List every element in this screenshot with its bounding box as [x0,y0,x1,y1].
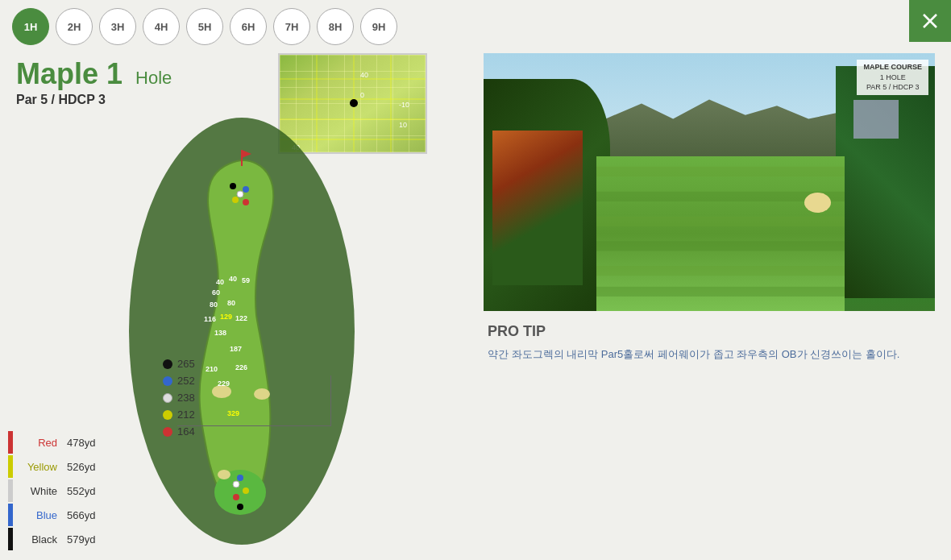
yellow-label: Yellow [16,461,60,473]
blue-yard: 566yd [67,509,95,521]
svg-point-27 [233,481,239,487]
scorecard: Red 478yd Yellow 526yd White 552yd Blue … [8,431,95,552]
svg-text:116: 116 [204,315,216,323]
photo-label: MAPLE COURSE 1 HOLE PAR 5 / HDCP 3 [857,60,928,95]
svg-text:10: 10 [399,121,407,129]
tab-1h[interactable]: 1H [12,8,49,45]
tab-9h[interactable]: 9H [360,8,397,45]
svg-text:-10: -10 [399,101,409,109]
svg-text:80: 80 [227,299,235,307]
connector-vert [330,375,331,426]
main-content: Maple 1 Hole Par 5 / HDCP 3 [0,53,951,558]
dist-blue: 252 [163,375,195,387]
svg-text:40: 40 [360,71,368,79]
scorecard-black: Black 579yd [8,528,95,550]
svg-text:0: 0 [360,91,364,99]
red-dist: 164 [177,425,195,438]
red-dot [163,427,172,437]
white-swatch [8,479,13,502]
connector-line [177,425,330,426]
close-button[interactable] [909,0,951,42]
autumn-trees [492,131,583,285]
svg-text:60: 60 [212,288,220,297]
black-yard: 579yd [67,533,95,545]
course-photo: MAPLE COURSE 1 HOLE PAR 5 / HDCP 3 [484,53,935,311]
tab-8h[interactable]: 8H [317,8,354,45]
hole-number-label: 1 HOLE [863,73,922,83]
tab-5h[interactable]: 5H [186,8,223,45]
scorecard-yellow: Yellow 526yd [8,455,95,478]
red-swatch [8,431,13,454]
svg-text:138: 138 [214,329,226,337]
white-label: White [16,485,60,497]
svg-point-23 [232,197,239,203]
svg-point-19 [218,470,230,479]
tab-2h[interactable]: 2H [56,8,93,45]
scorecard-blue: Blue 566yd [8,504,95,526]
pro-tip-text: 약간 좌도그렉의 내리막 Par5홀로써 페어웨이가 좁고 좌우측의 OB가 신… [488,346,931,363]
svg-text:80: 80 [210,301,218,309]
white-dist: 238 [177,392,195,404]
scorecard-white: White 552yd [8,479,95,502]
svg-point-20 [230,183,236,189]
svg-text:210: 210 [206,365,218,373]
red-yard: 478yd [67,437,95,449]
svg-text:229: 229 [218,380,230,388]
red-label: Red [16,437,60,449]
black-label: Black [16,533,60,545]
svg-text:122: 122 [235,314,247,322]
blue-dot [163,376,172,386]
svg-text:129: 129 [220,313,232,321]
dist-black: 265 [163,358,195,370]
svg-rect-47 [596,160,845,309]
black-dot [163,359,172,369]
distance-dots: 265 252 238 212 164 [163,358,195,442]
dist-white: 238 [163,392,195,404]
svg-point-24 [243,199,249,205]
hole-tabs: 1H 2H 3H 4H 5H 6H 7H 8H 9H [0,0,951,53]
par-hdcp-label: PAR 5 / HDCP 3 [863,82,922,93]
dist-yellow: 212 [163,409,195,421]
tab-4h[interactable]: 4H [143,8,180,45]
svg-text:40: 40 [229,275,237,283]
yellow-yard: 526yd [67,461,95,473]
dist-red: 164 [163,425,195,438]
course-name-label: MAPLE COURSE [863,62,922,73]
pro-tip-title: PRO TIP [488,323,931,340]
svg-point-29 [233,494,239,500]
blue-swatch [8,504,13,526]
svg-text:329: 329 [227,409,239,417]
svg-point-31 [237,504,243,510]
svg-point-30 [237,475,243,481]
black-dist: 265 [177,358,195,370]
yellow-swatch [8,455,13,478]
tab-7h[interactable]: 7H [273,8,310,45]
building [853,100,899,139]
scorecard-red: Red 478yd [8,431,95,454]
blue-label: Blue [16,509,60,521]
white-dot [163,393,172,403]
svg-point-21 [243,186,249,193]
svg-text:59: 59 [242,276,250,284]
right-panel: MAPLE COURSE 1 HOLE PAR 5 / HDCP 3 PRO T… [476,53,943,558]
svg-text:226: 226 [235,363,247,371]
yellow-dot [163,410,172,420]
svg-text:187: 187 [230,345,242,353]
white-yard: 552yd [67,485,95,497]
svg-text:40: 40 [216,278,224,286]
svg-point-9 [350,99,358,107]
tab-3h[interactable]: 3H [99,8,136,45]
svg-point-22 [237,191,243,197]
left-panel: Maple 1 Hole Par 5 / HDCP 3 [8,53,476,558]
fairway-map: 40 40 59 60 80 80 116 129 122 138 187 21… [105,114,379,549]
hole-name: Maple 1 [16,57,123,90]
blue-dist: 252 [177,375,195,387]
svg-point-18 [254,388,270,400]
yellow-dist: 212 [177,409,195,421]
hole-suffix: Hole [135,68,172,88]
tab-6h[interactable]: 6H [230,8,267,45]
fairway-stripes [596,156,845,311]
pro-tip-section: PRO TIP 약간 좌도그렉의 내리막 Par5홀로써 페어웨이가 좁고 좌우… [484,323,935,363]
black-swatch [8,528,13,550]
svg-point-28 [243,487,249,494]
